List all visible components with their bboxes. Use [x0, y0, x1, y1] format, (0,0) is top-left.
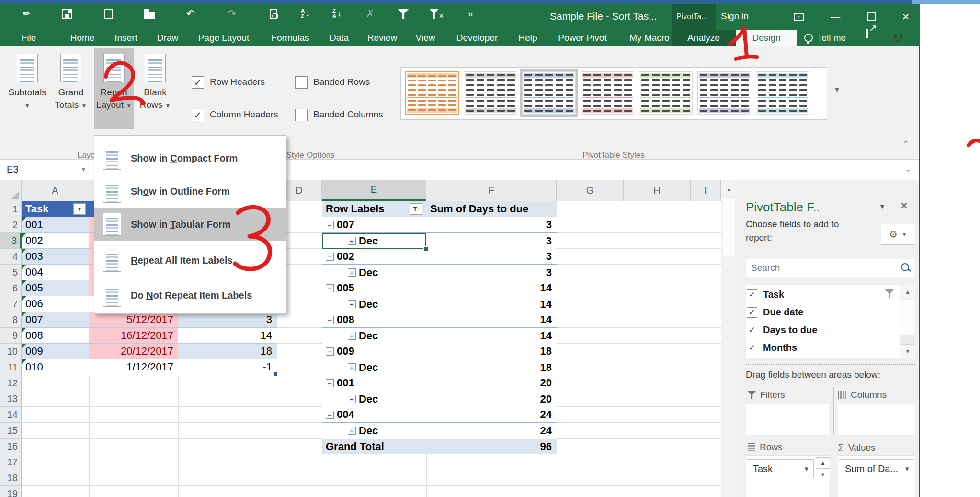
style-thumb-orange[interactable]	[403, 69, 461, 117]
task-cell-001[interactable]: 001	[22, 217, 89, 233]
tab-insert[interactable]: Insert	[114, 30, 137, 46]
row-header-8[interactable]: 8	[0, 312, 22, 328]
pivot-row-002-4[interactable]: −0023	[322, 249, 557, 265]
tab-design[interactable]: Design	[736, 30, 797, 46]
new-file-icon[interactable]	[99, 7, 118, 21]
row-header-10[interactable]: 10	[0, 344, 22, 359]
task-cell-007[interactable]: 007	[22, 312, 89, 328]
sort-z-a-icon[interactable]: ZA↓	[327, 7, 346, 21]
task-cell-009[interactable]: 009	[22, 344, 89, 359]
collapse-icon[interactable]: −	[326, 284, 334, 292]
pivot-grand-total-row[interactable]: Grand Total96	[322, 439, 557, 454]
field-item-months[interactable]: ✓Months	[746, 339, 889, 357]
row-header-17[interactable]: 17	[0, 454, 22, 470]
style-thumb-red[interactable]	[579, 69, 636, 117]
expand-icon[interactable]: +	[348, 332, 356, 340]
field-item-days-to-due[interactable]: ✓Days to due	[746, 321, 889, 339]
gallery-more-icon[interactable]: ▼	[833, 85, 841, 93]
clear-filter-icon[interactable]: ✕	[427, 7, 446, 21]
name-box-dropdown-icon[interactable]: ▼	[80, 166, 87, 173]
tab-help[interactable]: Help	[518, 30, 537, 46]
tab-data[interactable]: Data	[330, 30, 349, 46]
selection-fill-handle[interactable]	[423, 246, 428, 251]
tab-page-layout[interactable]: Page Layout	[198, 30, 250, 46]
task-cell-005[interactable]: 005	[22, 280, 89, 296]
sign-in-button[interactable]: Sign in	[721, 11, 749, 22]
qat-more-icon[interactable]: »	[461, 7, 480, 21]
field-checkbox[interactable]: ✓	[747, 289, 757, 300]
menu-item-show-in-compact-form[interactable]: Show in Compact Form	[94, 141, 286, 175]
share-icon[interactable]	[866, 29, 868, 37]
minimize-icon[interactable]: —	[826, 8, 845, 25]
row-header-7[interactable]: 7	[0, 296, 22, 312]
days-to-due-cell[interactable]: -1	[178, 359, 277, 375]
spin-up-icon[interactable]: ▲	[816, 457, 830, 469]
tab-developer[interactable]: Developer	[456, 30, 498, 46]
sort-a-z-icon[interactable]: AZ↓	[296, 7, 315, 21]
tab-formulas[interactable]: Formulas	[271, 30, 309, 46]
expand-icon[interactable]: +	[348, 300, 356, 308]
select-all-corner[interactable]	[0, 180, 22, 201]
column-header-I[interactable]: I	[691, 180, 721, 201]
task-cell-010[interactable]: 010	[22, 359, 89, 375]
column-header-A[interactable]: A	[22, 180, 89, 201]
scroll-up-icon[interactable]: ▲	[721, 181, 737, 197]
collapse-icon[interactable]: −	[326, 347, 334, 356]
rows-field-pill[interactable]: Task▼	[747, 459, 814, 478]
save-icon[interactable]	[57, 7, 77, 21]
days-to-due-cell[interactable]: 18	[178, 344, 277, 359]
row-header-16[interactable]: 16	[0, 439, 22, 454]
collapse-icon[interactable]: −	[326, 411, 334, 419]
row-header-3[interactable]: 3	[0, 233, 22, 249]
filters-well[interactable]	[746, 404, 829, 435]
name-box[interactable]: E3 ▼	[0, 160, 91, 179]
expand-icon[interactable]: +	[348, 427, 356, 435]
open-folder-icon[interactable]	[140, 7, 159, 21]
values-field-pill[interactable]: Sum of Da...▼	[839, 459, 914, 478]
blank-rows-button[interactable]: BlankRows ▼	[135, 48, 175, 129]
task-cell-002[interactable]: 002	[22, 233, 89, 249]
ribbon-display-options-icon[interactable]: ↑	[789, 8, 809, 25]
pivot-row-007-2[interactable]: −0073	[322, 217, 557, 233]
due-date-cell[interactable]: 5/12/2017	[89, 312, 178, 328]
formula-bar-expand-icon[interactable]: ⌄	[905, 165, 911, 173]
collapse-ribbon-icon[interactable]: ⌃	[902, 139, 909, 149]
tab-analyze[interactable]: Analyze	[687, 30, 720, 46]
close-icon[interactable]: ✕	[896, 8, 915, 25]
table-resize-handle[interactable]	[274, 372, 277, 376]
row-header-18[interactable]: 18	[0, 470, 22, 486]
checkbox-row-headers[interactable]: ✓	[192, 76, 204, 89]
column-header-H[interactable]: H	[624, 180, 691, 201]
field-item-due-date[interactable]: ✓Due date	[746, 303, 889, 321]
tab-power-pivot[interactable]: Power Pivot	[558, 30, 606, 46]
scrollbar-thumb[interactable]	[723, 199, 735, 256]
expand-icon[interactable]: +	[348, 363, 356, 371]
field-list-scrollbar[interactable]: ▲ ▼	[900, 285, 915, 358]
pill-dropdown-icon[interactable]: ▼	[904, 465, 910, 473]
spin-down-icon[interactable]: ▼	[816, 469, 830, 480]
menu-item-show-in-tabular-form[interactable]: Show in Tabular Form	[94, 208, 286, 241]
collapse-icon[interactable]: −	[326, 253, 334, 261]
field-item-task[interactable]: ✓Task	[746, 286, 889, 303]
tab-file[interactable]: File	[22, 30, 36, 46]
field-checkbox[interactable]: ✓	[747, 343, 757, 353]
task-cell-008[interactable]: 008	[22, 328, 89, 344]
pivot-row-009-10[interactable]: −00918	[322, 344, 557, 359]
pivot-row-Dec-5[interactable]: +Dec3	[322, 265, 557, 280]
list-scroll-thumb[interactable]	[900, 300, 915, 335]
column-header-G[interactable]: G	[557, 180, 624, 201]
pivot-row-Dec-15[interactable]: +Dec24	[322, 423, 557, 439]
pivot-header-row[interactable]: Row Labels↑Sum of Days to due	[322, 201, 557, 217]
task-cell-004[interactable]: 004	[22, 265, 89, 280]
expand-icon[interactable]: +	[348, 268, 356, 277]
menu-item-do-not-repeat-item-labels[interactable]: Do Not Repeat Item Labels	[94, 278, 286, 312]
row-header-1[interactable]: 1	[0, 201, 22, 217]
subtotals-button[interactable]: Subtotals▼	[7, 48, 47, 129]
days-to-due-cell[interactable]: 3	[178, 312, 277, 328]
row-header-14[interactable]: 14	[0, 407, 22, 423]
tell-me-box[interactable]: Tell me	[804, 30, 846, 46]
collapse-icon[interactable]: −	[326, 316, 334, 324]
columns-well[interactable]	[838, 404, 915, 435]
pill-dropdown-icon[interactable]: ▼	[803, 465, 809, 473]
tab-view[interactable]: View	[416, 30, 435, 46]
